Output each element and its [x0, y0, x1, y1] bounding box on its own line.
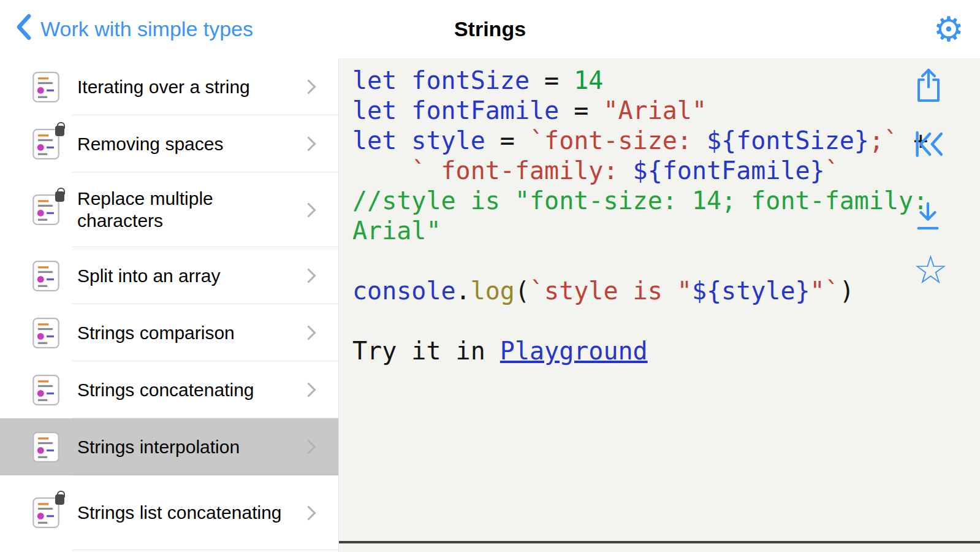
- code-line: let fontFamile = "Arial": [352, 96, 980, 126]
- download-icon[interactable]: [914, 201, 942, 232]
- code-area: let fontSize = 14let fontFamile = "Arial…: [339, 58, 980, 552]
- chevron-right-icon: [301, 382, 316, 397]
- list-item-removing-spaces[interactable]: Removing spaces: [0, 115, 338, 172]
- chevron-right-icon: [301, 439, 316, 454]
- document-code-icon: [32, 129, 60, 159]
- list-item-strings-concatenating[interactable]: Strings concatenating: [0, 361, 338, 418]
- topic-list: Iterating over a string Removing spaces …: [0, 58, 339, 552]
- chevron-right-icon: [301, 325, 316, 340]
- document-code-icon: [32, 194, 60, 225]
- document-code-icon: [32, 72, 60, 102]
- code-block: let fontSize = 14let fontFamile = "Arial…: [352, 66, 980, 366]
- code-line: //style is "font-size: 14; font-family:: [352, 186, 980, 216]
- gear-icon[interactable]: ⚙: [933, 12, 964, 47]
- document-code-icon: [32, 318, 60, 348]
- bottom-divider: [339, 541, 980, 543]
- nav-bar: Work with simple types Strings ⚙: [0, 0, 980, 58]
- list-item-label: Strings comparison: [77, 322, 286, 344]
- document-code-icon: [32, 375, 60, 405]
- list-item-label: Replace multiple characters: [77, 188, 286, 232]
- list-item-split-into-an-array[interactable]: Split into an array: [0, 247, 338, 304]
- document-code-icon: [32, 432, 60, 462]
- document-code-icon: [32, 261, 60, 291]
- list-item-strings-list-concatenating[interactable]: Strings list concatenating: [0, 475, 338, 550]
- list-item-label: Strings concatenating: [77, 379, 286, 401]
- chevron-right-icon: [301, 79, 316, 94]
- code-line: ` font-family: ${fontFamile}`: [352, 156, 980, 186]
- code-line: Try it in Playground: [352, 336, 980, 366]
- share-icon[interactable]: [914, 67, 943, 103]
- code-line: [352, 306, 980, 336]
- code-line: console.log(`style is "${style}"`): [352, 276, 980, 306]
- code-line: [352, 246, 980, 276]
- list-item-replace-multiple-characters[interactable]: Replace multiple characters: [0, 172, 338, 247]
- chevron-right-icon: [301, 136, 316, 151]
- document-code-icon: [32, 497, 60, 528]
- chevron-right-icon: [301, 268, 316, 283]
- list-item-iterating-over-a-string[interactable]: Iterating over a string: [0, 58, 338, 115]
- list-item-strings-interpolation[interactable]: Strings interpolation: [0, 418, 338, 475]
- list-item-strings-comparison[interactable]: Strings comparison: [0, 304, 338, 361]
- list-item-label: Iterating over a string: [77, 76, 286, 98]
- lock-icon: [55, 494, 64, 505]
- list-item-label: Strings list concatenating: [77, 502, 286, 524]
- favorite-star-icon[interactable]: ☆: [913, 250, 948, 289]
- code-line: let fontSize = 14: [352, 66, 980, 96]
- chevron-right-icon: [301, 505, 316, 520]
- code-line: Arial": [352, 216, 980, 246]
- playground-link[interactable]: Playground: [500, 337, 648, 365]
- code-line: let style = `font-size: ${fontSize};` +: [352, 126, 980, 156]
- list-item-label: Split into an array: [77, 265, 286, 287]
- page-title: Strings: [0, 0, 980, 58]
- lock-icon: [55, 191, 64, 202]
- list-item-label: Removing spaces: [77, 133, 286, 155]
- list-item-label: Strings interpolation: [77, 436, 286, 458]
- skip-to-start-icon[interactable]: [914, 130, 948, 158]
- lock-icon: [55, 126, 64, 136]
- chevron-right-icon: [301, 202, 316, 217]
